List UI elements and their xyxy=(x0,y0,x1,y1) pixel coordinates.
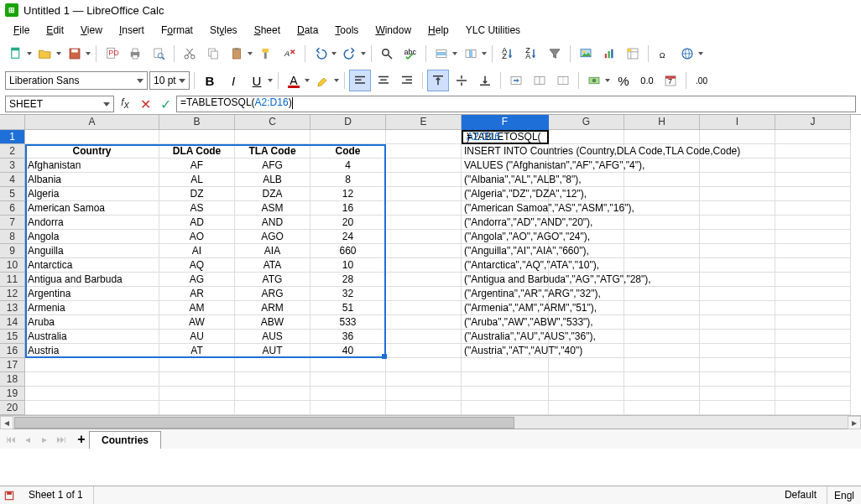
currency-button[interactable] xyxy=(583,70,605,91)
font-color-button[interactable]: A xyxy=(283,70,305,91)
cell[interactable] xyxy=(462,387,549,401)
cell[interactable]: Code xyxy=(310,144,386,158)
find-button[interactable] xyxy=(376,43,398,65)
cell[interactable]: ("American Samoa","AS","ASM","16"), xyxy=(462,201,549,216)
first-sheet-icon[interactable]: ⏮ xyxy=(3,432,18,447)
clone-formatting-button[interactable] xyxy=(255,43,277,65)
row-header[interactable]: 12 xyxy=(0,287,25,301)
cell[interactable]: AND xyxy=(235,216,310,230)
paste-dropdown[interactable] xyxy=(247,43,253,65)
cell[interactable]: 40 xyxy=(310,344,386,358)
cell[interactable]: INSERT INTO Countries (Country,DLA Code,… xyxy=(462,144,549,158)
col-header-H[interactable]: H xyxy=(624,115,700,130)
hyperlink-button[interactable] xyxy=(676,43,698,65)
cell[interactable] xyxy=(775,358,851,372)
cell[interactable] xyxy=(159,372,235,387)
cell[interactable] xyxy=(549,401,624,415)
cell[interactable] xyxy=(624,230,700,244)
row-header[interactable]: 11 xyxy=(0,273,25,287)
cell[interactable] xyxy=(700,330,775,344)
row-header[interactable]: 5 xyxy=(0,187,25,201)
accept-formula-icon[interactable]: ✓ xyxy=(156,96,175,112)
cell[interactable]: 10 xyxy=(310,258,386,273)
cell[interactable]: 51 xyxy=(310,301,386,315)
cell[interactable] xyxy=(386,201,462,216)
cell[interactable]: DLA Code xyxy=(159,144,235,158)
cell[interactable]: 12 xyxy=(310,187,386,201)
cell[interactable] xyxy=(700,187,775,201)
cell[interactable] xyxy=(25,387,159,401)
menu-window[interactable]: Window xyxy=(368,23,418,38)
cell[interactable] xyxy=(386,387,462,401)
cell[interactable] xyxy=(700,130,775,144)
cell[interactable]: ("Andorra","AD","AND","20"), xyxy=(462,216,549,230)
align-top-button[interactable] xyxy=(427,70,449,91)
cell[interactable]: Antigua and Barbuda xyxy=(25,273,159,287)
cell[interactable] xyxy=(624,330,700,344)
last-sheet-icon[interactable]: ⏭ xyxy=(54,432,69,447)
col-header-J[interactable]: J xyxy=(775,115,851,130)
menu-format[interactable]: Format xyxy=(154,23,200,38)
special-char-button[interactable]: Ω xyxy=(653,43,675,65)
cell[interactable] xyxy=(775,273,851,287)
cell[interactable] xyxy=(775,372,851,387)
cell[interactable] xyxy=(775,330,851,344)
cell[interactable] xyxy=(775,230,851,244)
cell[interactable] xyxy=(310,358,386,372)
cell[interactable]: Aruba xyxy=(25,315,159,330)
font-color-dropdown[interactable] xyxy=(304,70,310,91)
cell[interactable]: Angola xyxy=(25,230,159,244)
cell[interactable]: AT xyxy=(159,344,235,358)
cell[interactable] xyxy=(310,387,386,401)
cell[interactable] xyxy=(775,258,851,273)
cell[interactable] xyxy=(310,130,386,144)
split-cell-button[interactable] xyxy=(552,70,574,91)
cell[interactable]: 20 xyxy=(310,216,386,230)
cell[interactable] xyxy=(700,287,775,301)
row-header[interactable]: 13 xyxy=(0,301,25,315)
cell[interactable]: AM xyxy=(159,301,235,315)
cell[interactable]: 4 xyxy=(310,158,386,173)
cell[interactable] xyxy=(775,144,851,158)
cell[interactable]: ("Armenia","AM","ARM","51"), xyxy=(462,301,549,315)
cell[interactable]: ("Austria","AT","AUT","40") xyxy=(462,344,549,358)
font-size-combo[interactable]: 10 pt xyxy=(149,71,190,90)
scroll-left-icon[interactable]: ◂ xyxy=(0,416,13,429)
cell[interactable]: TLA Code xyxy=(235,144,310,158)
cell[interactable]: ASM xyxy=(235,201,310,216)
row-header[interactable]: 17 xyxy=(0,358,25,372)
row-header[interactable]: 1 xyxy=(0,130,25,144)
cancel-formula-icon[interactable]: ✕ xyxy=(136,96,154,112)
align-center-button[interactable] xyxy=(373,70,394,91)
redo-button[interactable] xyxy=(339,43,361,65)
cell[interactable] xyxy=(624,258,700,273)
underline-dropdown[interactable] xyxy=(267,70,274,91)
cell[interactable]: AO xyxy=(159,230,235,244)
cell[interactable] xyxy=(235,130,310,144)
next-sheet-icon[interactable]: ▸ xyxy=(37,432,52,447)
italic-button[interactable]: I xyxy=(222,70,244,91)
export-pdf-button[interactable]: PDF xyxy=(101,43,123,65)
pivot-button[interactable] xyxy=(622,43,644,65)
col-header-D[interactable]: D xyxy=(310,115,386,130)
row-header[interactable]: 14 xyxy=(0,315,25,330)
cell[interactable]: ABW xyxy=(235,315,310,330)
cell[interactable]: Albania xyxy=(25,173,159,187)
menu-tools[interactable]: Tools xyxy=(328,23,365,38)
row-header[interactable]: 20 xyxy=(0,401,25,415)
cell[interactable] xyxy=(159,130,235,144)
row-button[interactable] xyxy=(430,43,452,65)
cell[interactable] xyxy=(775,216,851,230)
cell[interactable] xyxy=(700,230,775,244)
cell[interactable] xyxy=(386,358,462,372)
cell[interactable]: ("Australia","AU","AUS","36"), xyxy=(462,330,549,344)
cell[interactable] xyxy=(386,372,462,387)
cell[interactable]: 16 xyxy=(310,201,386,216)
row-header[interactable]: 2 xyxy=(0,144,25,158)
scroll-right-icon[interactable]: ▸ xyxy=(848,416,861,429)
cell[interactable]: AI xyxy=(159,244,235,258)
cell[interactable]: AR xyxy=(159,287,235,301)
cell[interactable]: ATG xyxy=(235,273,310,287)
cell[interactable] xyxy=(549,372,624,387)
cell[interactable]: ("Anguilla","AI","AIA","660"), xyxy=(462,244,549,258)
